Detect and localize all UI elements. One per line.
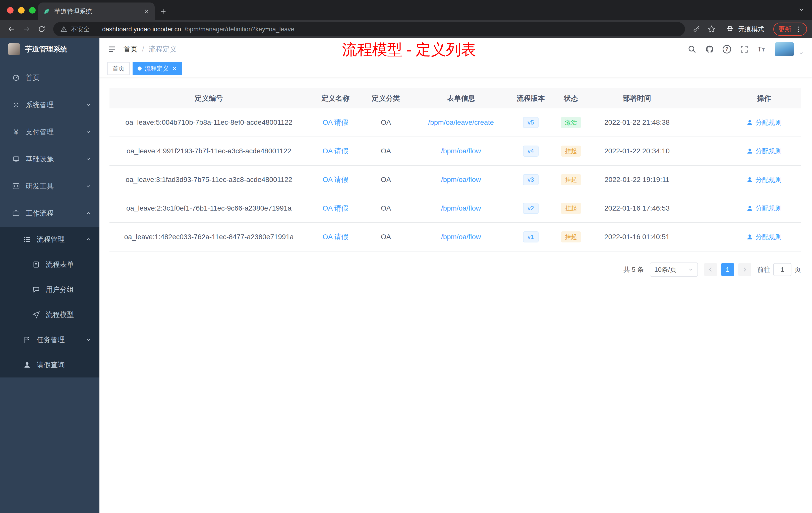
close-tag-icon[interactable] — [172, 66, 177, 71]
search-icon[interactable] — [688, 45, 696, 54]
tag-label: 流程定义 — [145, 64, 169, 72]
col-operation: 操作 — [727, 88, 801, 109]
assign-rule-button[interactable]: 分配规则 — [747, 204, 782, 213]
back-button[interactable] — [5, 23, 18, 36]
cell-category: OA — [362, 109, 409, 137]
page-number-button[interactable]: 1 — [721, 263, 734, 276]
close-tab-icon[interactable] — [144, 8, 150, 14]
browser-menu-icon[interactable] — [795, 26, 802, 33]
chevron-down-icon — [85, 102, 91, 108]
sidebar-item-task-management[interactable]: 任务管理 — [0, 327, 99, 352]
avatar-caret-down-icon[interactable] — [799, 51, 804, 56]
close-window-button[interactable] — [7, 7, 13, 13]
definition-name-link[interactable]: OA 请假 — [323, 146, 348, 156]
sidebar-item-home[interactable]: 首页 — [0, 64, 99, 91]
next-page-button[interactable] — [738, 263, 751, 276]
cell-deploy-time: 2022-01-16 01:40:51 — [593, 223, 681, 251]
list-icon — [23, 235, 31, 243]
sidebar-item-devtools[interactable]: 研发工具 — [0, 173, 99, 200]
sidebar-item-payment[interactable]: ¥ 支付管理 — [0, 118, 99, 146]
assign-rule-button[interactable]: 分配规则 — [747, 233, 782, 241]
github-icon[interactable] — [705, 45, 714, 54]
minimize-window-button[interactable] — [18, 7, 25, 13]
definition-name-link[interactable]: OA 请假 — [323, 204, 348, 213]
table-row: oa_leave:5:004b710b-7b8a-11ec-8ef0-acde4… — [110, 109, 801, 137]
cell-deploy-time: 2022-01-22 21:48:38 — [593, 109, 681, 137]
url-host: dashboard.yudao.iocoder.cn — [102, 26, 181, 33]
hamburger-icon[interactable] — [108, 45, 116, 54]
cell-definition-id: oa_leave:3:1fad3d93-7b75-11ec-a3c8-acde4… — [110, 165, 308, 194]
password-key-icon[interactable] — [690, 23, 703, 36]
assign-rule-button[interactable]: 分配规则 — [747, 118, 782, 127]
col-definition-id: 定义编号 — [110, 88, 308, 109]
tag-label: 首页 — [113, 64, 124, 72]
sidebar-item-label: 系统管理 — [26, 100, 54, 110]
not-secure-warning-icon — [60, 26, 67, 33]
version-tag: v3 — [523, 174, 538, 185]
sidebar-item-process-model[interactable]: 流程模型 — [0, 302, 99, 327]
active-tag-dot-icon — [138, 66, 142, 70]
fullscreen-icon[interactable] — [740, 45, 749, 54]
incognito-icon — [725, 24, 735, 34]
bookmark-star-icon[interactable] — [705, 23, 718, 36]
definition-name-link[interactable]: OA 请假 — [323, 118, 348, 127]
maximize-window-button[interactable] — [29, 7, 36, 13]
form-info-link[interactable]: /bpm/oa/flow — [441, 147, 481, 155]
forward-button[interactable] — [20, 23, 33, 36]
reload-button[interactable] — [35, 23, 48, 36]
assign-rule-label: 分配规则 — [755, 204, 782, 213]
tag-process-definition[interactable]: 流程定义 — [133, 62, 182, 75]
sidebar-item-leave-query[interactable]: 请假查询 — [0, 352, 99, 378]
sidebar-item-process-management[interactable]: 流程管理 — [0, 227, 99, 252]
chevron-up-icon — [85, 210, 91, 216]
assign-rule-button[interactable]: 分配规则 — [747, 147, 782, 156]
sidebar-item-label: 工作流程 — [26, 209, 54, 218]
goto-page-input[interactable] — [773, 263, 791, 276]
sidebar-item-user-group[interactable]: 用户分组 — [0, 277, 99, 302]
favicon-leaf-icon — [43, 8, 50, 15]
sidebar: 芋道管理系统 首页 系统管理 ¥ 支付管理 基础设施 — [0, 38, 99, 513]
address-bar[interactable]: 不安全 dashboard.yudao.iocoder.cn/bpm/manag… — [53, 22, 685, 36]
pagination: 共 5 条 10条/页 1 前往 页 — [110, 263, 801, 277]
page-size-select[interactable]: 10条/页 — [650, 263, 698, 277]
cell-filler — [681, 223, 727, 251]
definition-name-link[interactable]: OA 请假 — [323, 175, 348, 184]
sidebar-item-system[interactable]: 系统管理 — [0, 91, 99, 118]
page-content: 定义编号 定义名称 定义分类 表单信息 流程版本 状态 部署时间 操作 oa_l… — [99, 77, 812, 513]
cell-deploy-time: 2022-01-22 20:34:10 — [593, 137, 681, 165]
form-info-link[interactable]: /bpm/oa/flow — [441, 204, 481, 212]
sidebar-item-process-form[interactable]: 流程表单 — [0, 252, 99, 277]
definition-name-link[interactable]: OA 请假 — [323, 232, 348, 242]
breadcrumb-home[interactable]: 首页 — [123, 44, 138, 54]
help-icon[interactable] — [723, 45, 731, 54]
window-controls[interactable] — [7, 7, 36, 13]
user-icon — [747, 119, 753, 126]
table-row: oa_leave:4:991f2193-7b7f-11ec-a3c8-acde4… — [110, 137, 801, 165]
browser-tab[interactable]: 芋道管理系统 — [38, 2, 155, 20]
status-tag: 激活 — [561, 117, 581, 128]
status-tag: 挂起 — [561, 146, 581, 157]
font-size-icon[interactable]: TT — [757, 45, 766, 54]
table-row: oa_leave:1:482ec033-762a-11ec-8477-a2380… — [110, 223, 801, 251]
col-status: 状态 — [549, 88, 593, 109]
avatar[interactable] — [775, 42, 794, 56]
browser-update-button[interactable]: 更新 — [773, 23, 807, 36]
form-info-link[interactable]: /bpm/oa/flow — [441, 233, 481, 241]
form-info-link[interactable]: /bpm/oa/leave/create — [428, 118, 494, 126]
tab-search-caret-icon[interactable] — [798, 6, 805, 13]
cell-category: OA — [362, 223, 409, 251]
sidebar-logo[interactable]: 芋道管理系统 — [0, 38, 99, 60]
sidebar-item-workflow[interactable]: 工作流程 — [0, 200, 99, 227]
table-header: 定义编号 定义名称 定义分类 表单信息 流程版本 状态 部署时间 操作 — [110, 88, 801, 109]
new-tab-button[interactable] — [155, 2, 172, 20]
form-info-link[interactable]: /bpm/oa/flow — [441, 176, 481, 184]
sidebar-item-infrastructure[interactable]: 基础设施 — [0, 146, 99, 173]
sidebar-item-label: 任务管理 — [37, 335, 65, 344]
prev-page-button[interactable] — [704, 263, 717, 276]
version-tag: v5 — [523, 117, 538, 128]
sidebar-item-label: 用户分组 — [46, 285, 74, 294]
assign-rule-button[interactable]: 分配规则 — [747, 175, 782, 184]
chevron-up-icon — [85, 236, 91, 242]
tag-home[interactable]: 首页 — [108, 62, 129, 75]
svg-text:T: T — [762, 48, 765, 52]
